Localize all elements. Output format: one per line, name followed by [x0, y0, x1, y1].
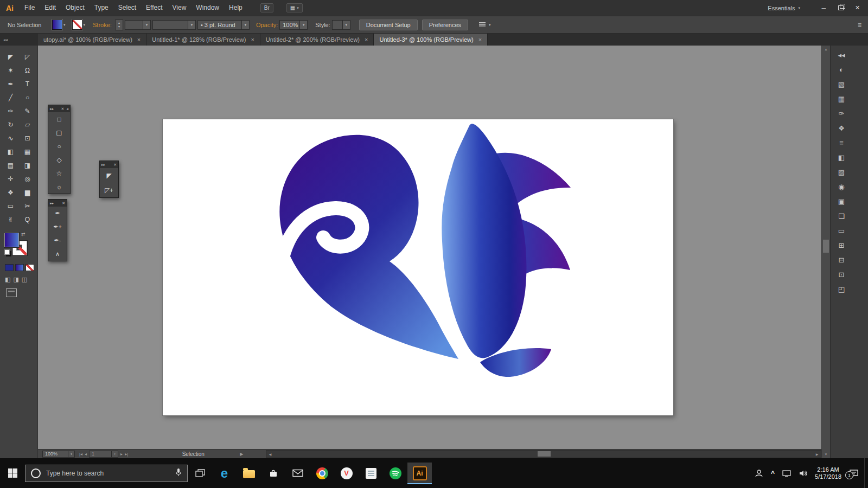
preferences-button[interactable]: Preferences [422, 20, 468, 30]
shape-builder-tool-icon[interactable]: ◧ [2, 145, 19, 158]
horizontal-scroll-thumb[interactable] [538, 451, 551, 457]
taskbar-notes-button[interactable] [359, 463, 383, 484]
panel-close-icon[interactable]: ✕ [113, 163, 117, 167]
artboard-number-select[interactable]: 1▾ [89, 451, 118, 458]
stroke-weight-select[interactable]: ▼ [125, 20, 151, 30]
menu-item[interactable]: File [20, 0, 40, 16]
zoom-tool-icon[interactable]: Q [19, 213, 36, 226]
star-tool-icon[interactable]: ☆ [48, 166, 70, 180]
panel-collapse-icon[interactable]: ▸▸ [50, 201, 54, 206]
pencil-tool-icon[interactable]: ✎ [19, 104, 36, 118]
width-profile-select[interactable]: ▼ [152, 20, 196, 30]
scroll-up-icon[interactable]: ▲ [822, 46, 830, 53]
brush-definition-select[interactable]: • 3 pt. Round ▼ [197, 20, 250, 30]
vertical-scroll-thumb[interactable] [823, 240, 829, 253]
tab-close-icon[interactable]: × [365, 36, 368, 43]
hand-tool-icon[interactable]: ✌ [2, 213, 19, 226]
draw-inside-icon[interactable]: ◫ [22, 276, 27, 283]
panel-close-icon[interactable]: ✕ [61, 107, 65, 111]
gradient-panel-icon[interactable]: ◧ [831, 150, 852, 165]
panel-dock-icon[interactable]: ◂ [66, 107, 68, 111]
bridge-button[interactable]: Br [260, 3, 273, 12]
lasso-tool-icon[interactable]: Ω [19, 63, 36, 77]
menu-item[interactable]: Effect [141, 0, 167, 16]
align-options-button[interactable]: ▾ [479, 22, 492, 27]
workspace-switcher[interactable]: Essentials ▾ [768, 5, 800, 11]
selection-tool-icon[interactable]: ◤ [100, 168, 118, 183]
swatches-panel-icon[interactable]: ▦ [831, 92, 852, 106]
panel-close-icon[interactable]: ✕ [62, 201, 65, 206]
add-anchor-point-tool-icon[interactable]: ✒+ [48, 220, 67, 234]
document-tab[interactable]: utopy.ai* @ 100% (RGB/Preview) × [38, 34, 146, 46]
taskbar-chrome-button[interactable] [310, 463, 334, 484]
restore-button[interactable] [832, 2, 849, 14]
color-guide-panel-icon[interactable]: ▧ [831, 77, 852, 92]
opacity-select[interactable]: 100%▼ [279, 20, 308, 30]
layers-panel-icon[interactable]: ❏ [831, 209, 852, 223]
width-tool-icon[interactable]: ∿ [2, 131, 19, 145]
type-tool-icon[interactable]: T [19, 77, 36, 91]
toolbar-collapse-icon[interactable]: ◂◂ [0, 34, 38, 46]
line-segment-tool-icon[interactable]: ╱ [2, 91, 19, 104]
symbol-sprayer-tool-icon[interactable]: ❖ [2, 185, 19, 199]
start-button[interactable] [0, 463, 25, 484]
stroke-label[interactable]: Stroke: [93, 22, 112, 28]
perspective-grid-tool-icon[interactable]: ▦ [19, 145, 36, 158]
ellipse-tool-icon[interactable]: ○ [19, 91, 36, 104]
convert-anchor-point-tool-icon[interactable]: ∧ [48, 247, 67, 261]
hidden-icons-chevron[interactable]: ^ [771, 470, 775, 477]
taskbar-edge-button[interactable]: e [212, 463, 237, 484]
stroke-color-swatch[interactable] [72, 20, 82, 30]
taskbar-illustrator-button[interactable]: Ai [407, 463, 432, 484]
panel-collapse-icon[interactable]: ▸▸ [101, 163, 105, 167]
scroll-left-icon[interactable]: ◀ [266, 451, 274, 457]
taskbar-clock[interactable]: 2:16 AM 5/17/2018 [815, 466, 841, 480]
show-desktop-button[interactable] [864, 458, 868, 488]
artboard[interactable] [163, 119, 673, 415]
opacity-label[interactable]: Opacity: [256, 22, 278, 28]
control-panel-menu-icon[interactable]: ≡ [858, 21, 861, 29]
tab-close-icon[interactable]: × [251, 36, 254, 43]
first-artboard-icon[interactable]: |◂ [79, 452, 82, 457]
search-input[interactable] [45, 469, 171, 478]
vertical-scrollbar[interactable]: ▲ ▼ [821, 46, 830, 458]
panel-header[interactable]: ▸▸ ✕ ◂ [48, 105, 70, 112]
action-center-icon[interactable]: 1 [849, 469, 859, 478]
screen-mode-button[interactable] [6, 288, 17, 297]
taskbar-spotify-button[interactable] [383, 463, 407, 484]
gradient-tool-icon[interactable]: ◨ [19, 158, 36, 172]
navigator-panel-icon[interactable]: ◰ [831, 282, 852, 297]
stepper-up-icon[interactable]: ▴ [118, 21, 120, 25]
column-graph-tool-icon[interactable]: ▆ [19, 185, 36, 199]
mesh-tool-icon[interactable]: ▤ [2, 158, 19, 172]
fill-dropdown-icon[interactable]: ▾ [63, 23, 66, 27]
menu-item[interactable]: Object [61, 0, 90, 16]
scroll-down-icon[interactable]: ▼ [822, 451, 830, 458]
stepper-down-icon[interactable]: ▾ [118, 25, 120, 29]
transform-panel-icon[interactable]: ⊡ [831, 267, 852, 282]
slice-tool-icon[interactable]: ✂ [19, 199, 36, 213]
fill-color-swatch[interactable] [52, 20, 62, 30]
minimize-button[interactable]: ─ [815, 2, 832, 14]
document-tab[interactable]: Untitled-1* @ 128% (RGB/Preview) × [146, 34, 260, 46]
network-display-icon[interactable] [782, 470, 791, 477]
delete-anchor-point-tool-icon[interactable]: ✒- [48, 234, 67, 247]
appearance-panel-icon[interactable]: ◉ [831, 179, 852, 194]
color-mode-button[interactable] [5, 264, 14, 271]
brushes-panel-icon[interactable]: ✑ [831, 106, 852, 121]
taskbar-mail-button[interactable] [285, 463, 310, 484]
rounded-rectangle-tool-icon[interactable]: ▢ [48, 126, 70, 139]
document-canvas[interactable]: ▸▸ ✕ ◂ □▢○◇☆☼ ▸▸ ✕ ◤◸+ ▸▸ [38, 46, 821, 449]
collapse-dock-icon[interactable]: ◂◂ [831, 48, 852, 62]
selection-tool-icon[interactable]: ◤ [2, 50, 19, 63]
scroll-right-icon[interactable]: ▶ [813, 451, 821, 457]
align-panel-icon[interactable]: ⊞ [831, 238, 852, 253]
rotate-tool-icon[interactable]: ↻ [2, 118, 19, 131]
menu-item[interactable]: View [168, 0, 192, 16]
menu-item[interactable]: Window [191, 0, 224, 16]
style-select[interactable]: ▼ [332, 20, 350, 30]
document-setup-button[interactable]: Document Setup [359, 20, 418, 30]
swap-fill-stroke-icon[interactable]: ⇄ [21, 232, 25, 237]
task-view-button[interactable] [188, 463, 212, 484]
menu-item[interactable]: Select [113, 0, 141, 16]
